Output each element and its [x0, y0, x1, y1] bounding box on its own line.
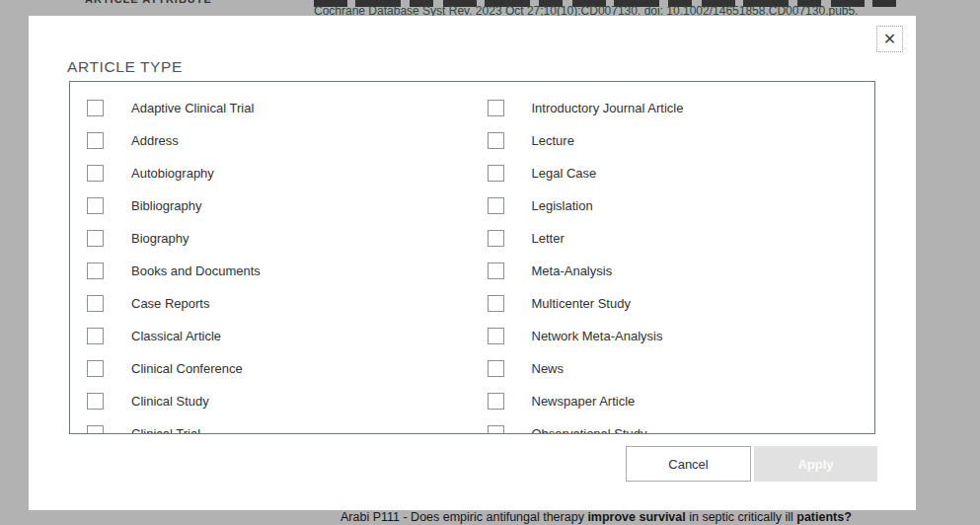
article-type-option-row: Multicenter Study — [473, 287, 875, 320]
article-type-dialog: ✕ ARTICLE TYPE Adaptive Clinical TrialAd… — [29, 16, 916, 510]
article-type-option-row: Classical Article — [70, 320, 473, 352]
article-type-option-label[interactable]: News — [532, 361, 565, 376]
checkbox-unchecked-icon[interactable] — [87, 328, 104, 344]
article-type-option-row: News — [473, 352, 875, 385]
cancel-button[interactable]: Cancel — [626, 446, 751, 482]
article-type-option-label[interactable]: Clinical Study — [131, 394, 209, 409]
checkbox-unchecked-icon[interactable] — [87, 360, 104, 377]
article-type-option-row: Books and Documents — [70, 255, 473, 287]
article-type-option-label[interactable]: Lecture — [532, 133, 574, 148]
article-type-option-label[interactable]: Address — [131, 133, 179, 148]
checkbox-unchecked-icon[interactable] — [87, 262, 104, 279]
article-type-option-label[interactable]: Clinical Conference — [131, 361, 243, 376]
article-type-option-row: Observational Study — [473, 417, 875, 434]
article-type-option-label[interactable]: Autobiography — [131, 166, 214, 181]
article-type-option-row: Clinical Study — [70, 385, 473, 417]
checkbox-unchecked-icon[interactable] — [488, 425, 504, 434]
article-type-option-label[interactable]: Newspaper Article — [532, 394, 636, 409]
article-type-option-label[interactable]: Classical Article — [131, 329, 221, 343]
article-type-option-row: Case Reports — [70, 287, 473, 320]
checkbox-unchecked-icon[interactable] — [87, 393, 104, 410]
article-type-option-label[interactable]: Meta-Analysis — [532, 263, 613, 278]
article-type-option-label[interactable]: Clinical Trial — [131, 426, 200, 434]
checkbox-unchecked-icon[interactable] — [488, 230, 504, 247]
checkbox-unchecked-icon[interactable] — [488, 165, 504, 182]
checkbox-unchecked-icon[interactable] — [87, 197, 104, 214]
article-type-option-label[interactable]: Multicenter Study — [532, 296, 631, 311]
checkbox-unchecked-icon[interactable] — [488, 393, 504, 410]
article-type-option-label[interactable]: Case Reports — [131, 296, 209, 311]
article-type-option-row: Legal Case — [473, 157, 875, 189]
checkbox-unchecked-icon[interactable] — [87, 425, 104, 434]
article-type-option-label[interactable]: Legal Case — [532, 166, 597, 181]
checkbox-unchecked-icon[interactable] — [87, 165, 104, 182]
article-type-option-label[interactable]: Books and Documents — [131, 263, 261, 278]
article-type-option-row: Newspaper Article — [473, 385, 875, 417]
article-type-option-row: Network Meta-Analysis — [473, 320, 875, 352]
options-column-left: Adaptive Clinical TrialAddressAutobiogra… — [70, 92, 473, 434]
checkbox-unchecked-icon[interactable] — [488, 197, 504, 214]
close-icon[interactable]: ✕ — [876, 26, 903, 52]
article-type-option-label[interactable]: Biography — [131, 231, 189, 246]
article-type-option-row: Introductory Journal Article — [473, 92, 875, 124]
article-type-option-row: Address — [70, 124, 473, 157]
checkbox-unchecked-icon[interactable] — [488, 328, 504, 344]
article-type-option-row: Biography — [70, 222, 473, 255]
article-type-option-row: Autobiography — [70, 157, 473, 189]
checkbox-unchecked-icon[interactable] — [488, 100, 504, 116]
article-type-option-row: Clinical Conference — [70, 352, 473, 385]
checkbox-unchecked-icon[interactable] — [488, 132, 504, 149]
article-type-option-row: Clinical Trial — [70, 417, 473, 434]
checkbox-unchecked-icon[interactable] — [488, 262, 504, 279]
dialog-title: ARTICLE TYPE — [67, 58, 183, 76]
checkbox-unchecked-icon[interactable] — [87, 230, 104, 247]
checkbox-unchecked-icon[interactable] — [87, 295, 104, 312]
article-type-option-label[interactable]: Legislation — [532, 198, 593, 213]
article-type-option-label[interactable]: Adaptive Clinical Trial — [131, 101, 254, 115]
checkbox-unchecked-icon[interactable] — [87, 100, 104, 116]
screen: ARTICLE ATTRIBUTE Cochrane Database Syst… — [0, 0, 980, 525]
apply-button[interactable]: Apply — [754, 446, 877, 482]
options-column-right: Introductory Journal ArticleLectureLegal… — [473, 92, 875, 434]
article-type-option-label[interactable]: Introductory Journal Article — [532, 101, 684, 115]
article-type-option-label[interactable]: Letter — [532, 231, 565, 246]
article-type-option-label[interactable]: Bibliography — [131, 198, 202, 213]
checkbox-unchecked-icon[interactable] — [488, 295, 504, 312]
checkbox-unchecked-icon[interactable] — [488, 360, 504, 377]
checkbox-unchecked-icon[interactable] — [87, 132, 104, 149]
article-type-option-row: Letter — [473, 222, 875, 255]
article-type-listbox[interactable]: Adaptive Clinical TrialAddressAutobiogra… — [69, 81, 875, 434]
article-type-option-row: Lecture — [473, 124, 875, 157]
article-type-option-row: Legislation — [473, 189, 875, 222]
dialog-footer: Cancel Apply — [29, 446, 916, 483]
article-type-option-label[interactable]: Observational Study — [532, 426, 647, 434]
article-type-option-row: Adaptive Clinical Trial — [70, 92, 473, 124]
article-type-option-row: Meta-Analysis — [473, 255, 875, 287]
article-type-option-label[interactable]: Network Meta-Analysis — [532, 329, 663, 343]
article-type-option-row: Bibliography — [70, 189, 473, 222]
